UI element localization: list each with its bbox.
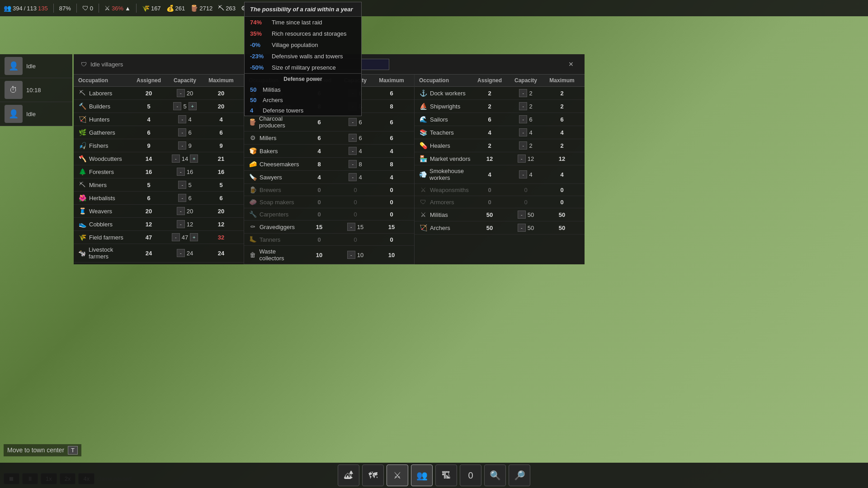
row-waste-collectors: 🗑Waste collectors 10 - 10 10 (244, 246, 414, 264)
bakers-minus[interactable]: - (349, 147, 357, 155)
millers-icon: ⚙ (249, 134, 257, 141)
fishers-controls[interactable]: - 9 (167, 141, 203, 150)
millers-controls[interactable]: - 6 (337, 134, 373, 142)
healers-controls[interactable]: - 2 (508, 141, 544, 150)
miners-controls[interactable]: - 5 (167, 181, 203, 189)
weavers-icon: 🧵 (78, 207, 86, 215)
shipwrights-controls[interactable]: - 2 (508, 102, 544, 110)
charcoal-producers-minus[interactable]: - (349, 118, 357, 126)
unit-avatar-3: 👤 (5, 105, 23, 123)
charcoal-producers-controls[interactable]: - 6 (337, 118, 373, 126)
woodcutters-minus[interactable]: - (172, 155, 180, 163)
shipwrights-minus[interactable]: - (519, 102, 527, 110)
millers-minus[interactable]: - (349, 134, 357, 142)
population-icon: 👥 (4, 5, 11, 12)
archers-controls[interactable]: - 50 (508, 224, 544, 232)
teachers-minus[interactable]: - (519, 128, 527, 136)
hunters-icon: 🏹 (78, 116, 86, 123)
laborers-minus[interactable]: - (177, 89, 185, 97)
bottom-btn-7[interactable]: 🔍 (484, 465, 506, 486)
bottom-btn-5[interactable]: 🏗 (435, 465, 457, 486)
bottom-btn-8[interactable]: 🔎 (509, 465, 530, 486)
charcoal-producers-icon: 🪵 (249, 118, 256, 126)
militias-controls[interactable]: - 50 (508, 211, 544, 219)
sawyers-controls[interactable]: - 4 (337, 173, 373, 181)
bakers-controls[interactable]: - 4 (337, 147, 373, 155)
sawyers-minus[interactable]: - (349, 173, 357, 181)
dock-workers-controls[interactable]: - 2 (508, 89, 544, 97)
cheesemakers-controls[interactable]: - 8 (337, 160, 373, 168)
gatherers-controls[interactable]: - 6 (167, 128, 203, 136)
herbalists-controls[interactable]: - 6 (167, 194, 203, 202)
laborers-controls[interactable]: - 20 (167, 89, 203, 97)
battle-display[interactable]: ⚔ 36% ▲ (104, 5, 131, 12)
teachers-icon: 📚 (419, 129, 427, 136)
close-button[interactable]: × (565, 58, 577, 70)
waste-collectors-controls[interactable]: - 10 (337, 251, 373, 259)
livestock-farmers-icon: 🐄 (78, 249, 86, 257)
archers-minus[interactable]: - (518, 224, 526, 232)
row-fishers: 🎣Fishers 9 - 9 9 (74, 139, 244, 152)
unit-item-2[interactable]: ⏱ 10:18 (0, 78, 72, 102)
miners-minus[interactable]: - (178, 181, 186, 189)
livestock-farmers-controls[interactable]: - 24 (167, 249, 203, 257)
bottom-btn-4[interactable]: 👥 (411, 465, 433, 486)
unit-item-1[interactable]: 👤 Idle (0, 54, 72, 78)
foresters-controls[interactable]: - 16 (167, 168, 203, 176)
hud-divider-1 (53, 4, 54, 13)
sailors-controls[interactable]: - 6 (508, 115, 544, 123)
builders-plus[interactable]: + (189, 102, 197, 110)
bottom-btn-2[interactable]: 🗺 (362, 465, 384, 486)
sailors-minus[interactable]: - (519, 115, 527, 123)
smokehouse-workers-controls[interactable]: - 4 (508, 170, 544, 178)
cobblers-controls[interactable]: - 12 (167, 220, 203, 228)
foresters-minus[interactable]: - (177, 168, 185, 176)
field-farmers-controls[interactable]: - 47 + (167, 233, 203, 241)
healers-minus[interactable]: - (519, 141, 527, 150)
teachers-controls[interactable]: - 4 (508, 128, 544, 136)
weavers-controls[interactable]: - 20 (167, 207, 203, 215)
fishers-minus[interactable]: - (178, 141, 186, 150)
field-farmers-minus[interactable]: - (172, 233, 180, 241)
res1: 🌾 167 (142, 5, 161, 12)
unit-item-3[interactable]: 👤 Idle (0, 102, 72, 126)
waste-collectors-minus[interactable]: - (347, 251, 355, 259)
hunters-minus[interactable]: - (178, 115, 186, 123)
woodcutters-controls[interactable]: - 14 + (167, 155, 203, 163)
smokehouse-workers-minus[interactable]: - (519, 170, 527, 178)
row-gatherers: 🌿Gatherers 6 - 6 6 (74, 126, 244, 139)
livestock-farmers-minus[interactable]: - (177, 249, 185, 257)
hunters-controls[interactable]: - 4 (167, 115, 203, 123)
bottom-btn-1[interactable]: 🏕 (338, 465, 359, 486)
bottom-btn-6[interactable]: 0 (460, 465, 481, 486)
occupation-col-1: Occupation Assigned Capacity Maximum ⛏La… (74, 75, 244, 264)
row-livestock-farmers: 🐄Livestock farmers 24 - 24 24 (74, 244, 244, 263)
shield-icon-panel: 🛡 (81, 61, 87, 68)
gatherers-minus[interactable]: - (178, 128, 186, 136)
cobblers-minus[interactable]: - (177, 220, 185, 228)
weavers-minus[interactable]: - (177, 207, 185, 215)
militias-minus[interactable]: - (518, 211, 526, 219)
woodcutters-plus[interactable]: + (190, 155, 198, 163)
bottom-btn-3[interactable]: ⚔ (387, 465, 408, 486)
builders-controls[interactable]: - 5 + (167, 102, 203, 110)
row-cheesemakers: 🧀Cheesemakers 8 - 8 8 (244, 158, 414, 171)
cheesemakers-minus[interactable]: - (349, 160, 357, 168)
panel-title: Idle villagers (90, 61, 123, 68)
builders-minus[interactable]: - (173, 102, 181, 110)
herbalists-minus[interactable]: - (178, 194, 186, 202)
bottom-hint: Move to town center T (4, 444, 81, 456)
armorers-icon: 🛡 (419, 198, 427, 206)
gravediggers-controls[interactable]: - 15 (337, 223, 373, 231)
field-farmers-icon: 🌾 (78, 234, 86, 241)
bottom-bar: 🏕 🗺 ⚔ 👥 🏗 0 🔍 🔎 (0, 463, 868, 488)
field-farmers-plus[interactable]: + (190, 233, 198, 241)
market-vendors-controls[interactable]: - 12 (508, 155, 544, 163)
gravediggers-minus[interactable]: - (347, 223, 355, 231)
top-hud: 👥 394 / 113 135 87% 🛡 0 ⚔ 36% ▲ 🌾 167 💰 … (0, 0, 868, 16)
market-vendors-minus[interactable]: - (518, 155, 526, 163)
dock-workers-minus[interactable]: - (519, 89, 527, 97)
waste-collectors-icon: 🗑 (249, 251, 257, 258)
tooltip-row-4: -23% Defensive walls and towers (245, 51, 361, 62)
hotkey-t: T (68, 446, 78, 455)
